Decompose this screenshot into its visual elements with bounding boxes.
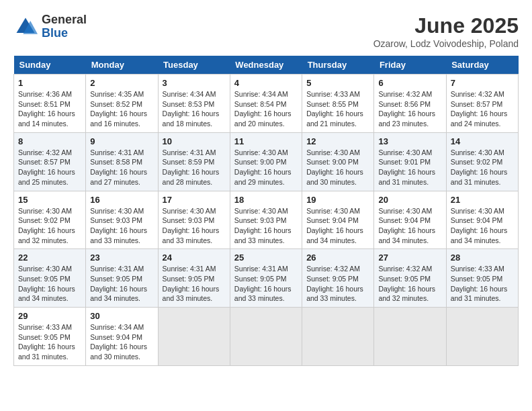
calendar-cell: 22Sunrise: 4:30 AMSunset: 9:05 PMDayligh… [14, 249, 86, 308]
day-number: 21 [451, 195, 514, 205]
day-info: Sunrise: 4:35 AMSunset: 8:52 PMDaylight:… [90, 89, 153, 129]
calendar-cell: 14Sunrise: 4:30 AMSunset: 9:02 PMDayligh… [446, 132, 518, 191]
calendar-cell: 28Sunrise: 4:33 AMSunset: 9:05 PMDayligh… [446, 249, 518, 308]
day-number: 26 [306, 253, 369, 263]
weekday-header: Friday [374, 56, 446, 75]
day-info: Sunrise: 4:32 AMSunset: 8:57 PMDaylight:… [451, 89, 514, 129]
calendar-week-row: 15Sunrise: 4:30 AMSunset: 9:02 PMDayligh… [14, 191, 519, 249]
calendar-cell: 11Sunrise: 4:30 AMSunset: 9:00 PMDayligh… [230, 132, 302, 191]
calendar-cell [230, 308, 302, 366]
calendar-cell: 20Sunrise: 4:30 AMSunset: 9:04 PMDayligh… [374, 191, 446, 249]
title-area: June 2025 Ozarow, Lodz Voivodeship, Pola… [373, 13, 519, 49]
logo-blue: Blue [42, 27, 87, 40]
calendar-cell: 8Sunrise: 4:32 AMSunset: 8:57 PMDaylight… [14, 132, 86, 191]
calendar-cell: 10Sunrise: 4:31 AMSunset: 8:59 PMDayligh… [158, 132, 230, 191]
month-title: June 2025 [373, 13, 519, 38]
calendar-cell: 17Sunrise: 4:30 AMSunset: 9:03 PMDayligh… [158, 191, 230, 249]
day-number: 12 [306, 136, 369, 146]
weekday-header: Saturday [446, 56, 518, 75]
calendar-cell: 15Sunrise: 4:30 AMSunset: 9:02 PMDayligh… [14, 191, 86, 249]
day-number: 5 [306, 78, 369, 88]
day-number: 11 [234, 136, 298, 146]
day-info: Sunrise: 4:32 AMSunset: 9:05 PMDaylight:… [378, 264, 441, 304]
day-number: 20 [378, 195, 441, 205]
day-number: 14 [451, 136, 514, 146]
calendar-cell: 27Sunrise: 4:32 AMSunset: 9:05 PMDayligh… [374, 249, 446, 308]
calendar-cell: 24Sunrise: 4:31 AMSunset: 9:05 PMDayligh… [158, 249, 230, 308]
weekday-header: Monday [86, 56, 158, 75]
day-number: 4 [234, 78, 298, 88]
calendar-cell: 2Sunrise: 4:35 AMSunset: 8:52 PMDaylight… [86, 75, 158, 133]
day-info: Sunrise: 4:30 AMSunset: 9:05 PMDaylight:… [18, 264, 81, 304]
calendar-week-row: 29Sunrise: 4:33 AMSunset: 9:05 PMDayligh… [14, 308, 519, 366]
day-number: 15 [18, 195, 81, 205]
day-number: 2 [90, 78, 153, 88]
day-info: Sunrise: 4:30 AMSunset: 9:04 PMDaylight:… [378, 206, 441, 246]
weekday-header: Tuesday [158, 56, 230, 75]
day-number: 6 [378, 78, 441, 88]
calendar-cell: 18Sunrise: 4:30 AMSunset: 9:03 PMDayligh… [230, 191, 302, 249]
day-info: Sunrise: 4:31 AMSunset: 8:59 PMDaylight:… [163, 148, 226, 187]
calendar-cell: 21Sunrise: 4:30 AMSunset: 9:04 PMDayligh… [446, 191, 518, 249]
day-info: Sunrise: 4:33 AMSunset: 9:05 PMDaylight:… [18, 322, 81, 362]
day-info: Sunrise: 4:30 AMSunset: 9:00 PMDaylight:… [306, 148, 369, 187]
calendar-week-row: 22Sunrise: 4:30 AMSunset: 9:05 PMDayligh… [14, 249, 519, 308]
day-info: Sunrise: 4:32 AMSunset: 8:56 PMDaylight:… [378, 89, 441, 129]
calendar-cell: 7Sunrise: 4:32 AMSunset: 8:57 PMDaylight… [446, 75, 518, 133]
day-info: Sunrise: 4:31 AMSunset: 9:05 PMDaylight:… [163, 264, 226, 304]
day-info: Sunrise: 4:32 AMSunset: 9:05 PMDaylight:… [306, 264, 369, 304]
calendar-week-row: 8Sunrise: 4:32 AMSunset: 8:57 PMDaylight… [14, 132, 519, 191]
day-number: 30 [90, 311, 153, 321]
calendar-cell: 19Sunrise: 4:30 AMSunset: 9:04 PMDayligh… [302, 191, 374, 249]
day-number: 25 [234, 253, 298, 263]
day-info: Sunrise: 4:31 AMSunset: 9:05 PMDaylight:… [234, 264, 298, 304]
day-info: Sunrise: 4:30 AMSunset: 9:04 PMDaylight:… [451, 206, 514, 246]
day-info: Sunrise: 4:34 AMSunset: 8:53 PMDaylight:… [163, 89, 226, 129]
logo-icon [13, 15, 38, 39]
day-info: Sunrise: 4:36 AMSunset: 8:51 PMDaylight:… [18, 89, 81, 129]
day-number: 17 [163, 195, 226, 205]
logo: General Blue [13, 13, 87, 40]
calendar-cell: 6Sunrise: 4:32 AMSunset: 8:56 PMDaylight… [374, 75, 446, 133]
day-number: 18 [234, 195, 298, 205]
day-info: Sunrise: 4:34 AMSunset: 9:04 PMDaylight:… [90, 322, 153, 362]
location: Ozarow, Lodz Voivodeship, Poland [373, 38, 519, 49]
calendar-cell: 12Sunrise: 4:30 AMSunset: 9:00 PMDayligh… [302, 132, 374, 191]
calendar-cell: 9Sunrise: 4:31 AMSunset: 8:58 PMDaylight… [86, 132, 158, 191]
calendar-cell [302, 308, 374, 366]
day-number: 28 [451, 253, 514, 263]
day-number: 29 [18, 311, 81, 321]
calendar-cell: 5Sunrise: 4:33 AMSunset: 8:55 PMDaylight… [302, 75, 374, 133]
weekday-header-row: SundayMondayTuesdayWednesdayThursdayFrid… [14, 56, 519, 75]
day-info: Sunrise: 4:30 AMSunset: 9:00 PMDaylight:… [234, 148, 298, 187]
day-number: 9 [90, 136, 153, 146]
calendar-cell: 4Sunrise: 4:34 AMSunset: 8:54 PMDaylight… [230, 75, 302, 133]
day-number: 24 [163, 253, 226, 263]
day-number: 27 [378, 253, 441, 263]
weekday-header: Thursday [302, 56, 374, 75]
calendar-cell: 1Sunrise: 4:36 AMSunset: 8:51 PMDaylight… [14, 75, 86, 133]
day-info: Sunrise: 4:30 AMSunset: 9:04 PMDaylight:… [306, 206, 369, 246]
day-info: Sunrise: 4:30 AMSunset: 9:03 PMDaylight:… [163, 206, 226, 246]
calendar-week-row: 1Sunrise: 4:36 AMSunset: 8:51 PMDaylight… [14, 75, 519, 133]
page-header: General Blue June 2025 Ozarow, Lodz Voiv… [13, 13, 519, 49]
calendar-cell [158, 308, 230, 366]
logo-general: General [42, 13, 87, 27]
weekday-header: Sunday [14, 56, 86, 75]
day-info: Sunrise: 4:30 AMSunset: 9:03 PMDaylight:… [90, 206, 153, 246]
day-number: 10 [163, 136, 226, 146]
day-info: Sunrise: 4:30 AMSunset: 9:02 PMDaylight:… [451, 148, 514, 187]
calendar-cell: 23Sunrise: 4:31 AMSunset: 9:05 PMDayligh… [86, 249, 158, 308]
day-number: 7 [451, 78, 514, 88]
day-number: 19 [306, 195, 369, 205]
day-info: Sunrise: 4:31 AMSunset: 8:58 PMDaylight:… [90, 148, 153, 187]
logo-text: General Blue [42, 13, 87, 40]
calendar-cell: 3Sunrise: 4:34 AMSunset: 8:53 PMDaylight… [158, 75, 230, 133]
day-info: Sunrise: 4:31 AMSunset: 9:05 PMDaylight:… [90, 264, 153, 304]
weekday-header: Wednesday [230, 56, 302, 75]
day-number: 3 [163, 78, 226, 88]
day-info: Sunrise: 4:34 AMSunset: 8:54 PMDaylight:… [234, 89, 298, 129]
calendar-table: SundayMondayTuesdayWednesdayThursdayFrid… [13, 56, 519, 366]
day-info: Sunrise: 4:30 AMSunset: 9:02 PMDaylight:… [18, 206, 81, 246]
day-number: 13 [378, 136, 441, 146]
